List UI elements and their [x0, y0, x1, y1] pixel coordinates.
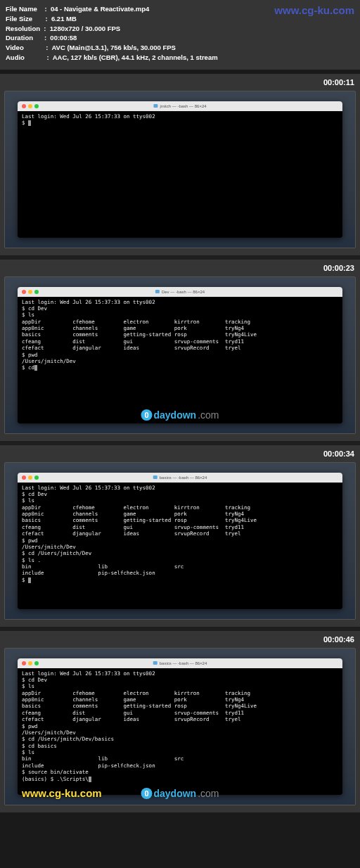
window-title: basics — -bash — 86×24 — [153, 476, 207, 480]
close-icon[interactable] — [22, 290, 26, 294]
watermark-top: www.cg-ku.com — [274, 4, 354, 16]
zero-icon: 0 — [141, 409, 152, 421]
close-icon[interactable] — [22, 476, 26, 480]
minimize-icon[interactable] — [28, 661, 32, 665]
timestamp: 00:00:11 — [323, 78, 354, 87]
window-title: basics — -bash — 86×24 — [153, 661, 207, 665]
meta-label: Audio : — [6, 53, 53, 61]
window-title: Dev — -bash — 86×24 — [155, 290, 205, 294]
folder-icon — [153, 661, 158, 665]
window-titlebar[interactable]: basics — -bash — 86×24 — [18, 658, 342, 668]
terminal-window[interactable]: basics — -bash — 86×24 Last login: Wed J… — [18, 658, 342, 795]
meta-label: File Size : — [6, 15, 51, 23]
window-titlebar[interactable]: jmitch — -bash — 86×24 — [18, 101, 342, 111]
folder-icon — [153, 104, 158, 108]
window-titlebar[interactable]: basics — -bash — 86×24 — [18, 473, 342, 483]
cursor-icon — [28, 120, 31, 126]
maximize-icon[interactable] — [34, 661, 39, 665]
minimize-icon[interactable] — [28, 476, 32, 480]
timestamp: 00:00:46 — [323, 635, 354, 644]
timestamp: 00:00:34 — [323, 449, 354, 458]
desktop-background: basics — -bash — 86×24 Last login: Wed J… — [4, 648, 356, 805]
terminal-content[interactable]: Last login: Wed Jul 26 15:37:33 on ttys0… — [18, 111, 342, 238]
folder-icon — [153, 476, 158, 479]
meta-label: Video : — [6, 44, 51, 51]
meta-value: 00:00:58 — [50, 34, 77, 42]
meta-label: Duration : — [6, 34, 50, 42]
close-icon[interactable] — [22, 661, 26, 665]
watermark-daydown: 0 daydown.com — [141, 788, 219, 799]
meta-label: Resolution : — [6, 25, 50, 32]
meta-value: AAC, 127 kb/s (CBR), 44.1 kHz, 2 channel… — [53, 53, 218, 61]
maximize-icon[interactable] — [34, 290, 39, 294]
window-titlebar[interactable]: Dev — -bash — 86×24 — [18, 287, 342, 297]
cursor-icon — [89, 777, 91, 782]
minimize-icon[interactable] — [28, 104, 32, 108]
meta-label: File Name : — [6, 5, 51, 13]
frame: 00:00:11 jmitch — -bash — 86×24 Last log… — [0, 74, 360, 255]
terminal-content[interactable]: Last login: Wed Jul 26 15:37:33 on ttys0… — [18, 297, 342, 423]
terminal-window[interactable]: jmitch — -bash — 86×24 Last login: Wed J… — [18, 101, 342, 238]
window-title: jmitch — -bash — 86×24 — [153, 104, 206, 108]
terminal-content[interactable]: Last login: Wed Jul 26 15:37:33 on ttys0… — [18, 668, 342, 795]
folder-icon — [155, 290, 160, 293]
meta-value: 04 - Navigate & Reactivate.mp4 — [51, 5, 149, 13]
frame: 00:00:23 Dev — -bash — 86×24 Last login:… — [0, 260, 360, 441]
meta-value: 6.21 MB — [51, 15, 77, 23]
timestamp: 00:00:23 — [323, 264, 354, 272]
meta-value: AVC (Main@L3.1), 756 kb/s, 30.000 FPS — [51, 44, 175, 51]
close-icon[interactable] — [22, 104, 26, 108]
terminal-content[interactable]: Last login: Wed Jul 26 15:37:33 on ttys0… — [18, 483, 342, 609]
frame: 00:00:46 basics — -bash — 86×24 Last log… — [0, 631, 360, 812]
frames-list: 00:00:11 jmitch — -bash — 86×24 Last log… — [0, 74, 360, 812]
desktop-background: basics — -bash — 86×24 Last login: Wed J… — [4, 462, 356, 620]
meta-value: 1280x720 / 30.000 FPS — [50, 25, 120, 32]
desktop-background: jmitch — -bash — 86×24 Last login: Wed J… — [4, 91, 356, 248]
watermark-daydown: 0 daydown.com — [141, 409, 219, 421]
maximize-icon[interactable] — [34, 104, 39, 108]
terminal-window[interactable]: basics — -bash — 86×24 Last login: Wed J… — [18, 473, 342, 609]
watermark-cgku: www.cg-ku.com — [22, 787, 102, 799]
cursor-icon — [28, 577, 31, 583]
frame: 00:00:34 basics — -bash — 86×24 Last log… — [0, 445, 360, 627]
terminal-window[interactable]: Dev — -bash — 86×24 Last login: Wed Jul … — [18, 287, 342, 423]
maximize-icon[interactable] — [34, 476, 39, 480]
minimize-icon[interactable] — [28, 290, 32, 294]
cursor-icon — [34, 365, 37, 371]
zero-icon: 0 — [141, 788, 152, 799]
desktop-background: Dev — -bash — 86×24 Last login: Wed Jul … — [4, 276, 356, 434]
